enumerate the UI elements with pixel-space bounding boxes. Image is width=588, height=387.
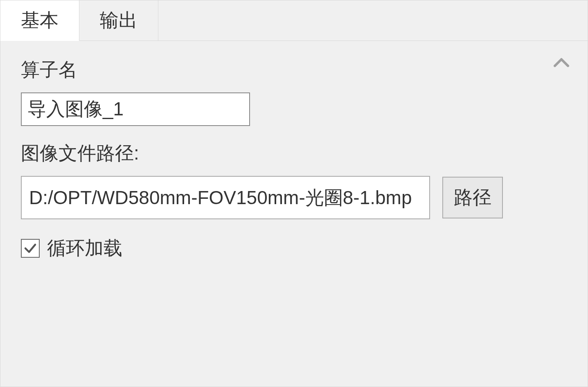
tab-basic[interactable]: 基本 (0, 0, 79, 41)
image-path-row: D:/OPT/WD580mm-FOV150mm-光圈8-1.bmp 路径 (21, 176, 536, 219)
tab-content-basic: 算子名 图像文件路径: D:/OPT/WD580mm-FOV150mm-光圈8-… (0, 41, 557, 277)
loop-load-label: 循环加载 (47, 236, 122, 261)
image-path-display[interactable]: D:/OPT/WD580mm-FOV150mm-光圈8-1.bmp (21, 176, 430, 219)
image-path-label: 图像文件路径: (21, 141, 536, 166)
tab-output[interactable]: 输出 (79, 0, 158, 40)
checkmark-icon (23, 241, 38, 256)
settings-panel: 基本 输出 算子名 图像文件路径: D:/OPT/WD580mm-FOV150m… (0, 0, 588, 387)
tab-bar: 基本 输出 (0, 0, 588, 41)
loop-load-checkbox[interactable] (21, 239, 40, 258)
operator-name-label: 算子名 (21, 57, 536, 83)
operator-name-input[interactable] (21, 92, 250, 126)
browse-path-button[interactable]: 路径 (442, 177, 503, 218)
chevron-up-icon (552, 54, 571, 73)
loop-load-row: 循环加载 (21, 236, 536, 261)
collapse-toggle[interactable] (552, 54, 571, 75)
